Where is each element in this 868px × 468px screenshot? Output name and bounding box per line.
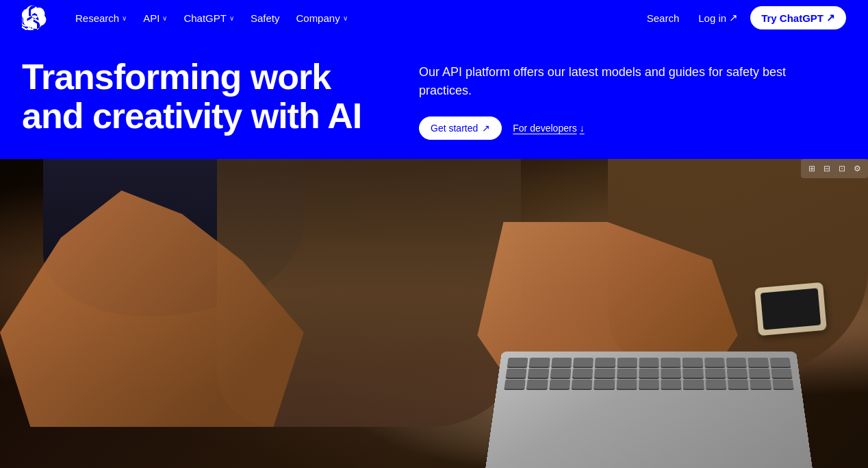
try-arrow-icon: ↗ [826,12,835,24]
nav-chatgpt[interactable]: ChatGPT ∨ [177,8,241,28]
get-started-arrow-icon: ↗ [482,123,490,134]
chatgpt-chevron-icon: ∨ [229,14,234,22]
main-nav: Research ∨ API ∨ ChatGPT ∨ Safety Compan… [0,0,868,36]
laptop-keys [496,352,802,395]
toolbar-expand-icon[interactable]: ⊡ [835,162,849,175]
hero-image-container: ⊞ ⊟ ⊡ ⚙ [0,159,868,468]
for-developers-button[interactable]: For developers ↓ [513,123,584,134]
hero-left: Transforming work and creativity with AI [22,58,392,136]
get-started-button[interactable]: Get started ↗ [419,116,502,140]
hero-title: Transforming work and creativity with AI [22,58,392,136]
phone-device [754,282,827,336]
nav-safety[interactable]: Safety [244,8,287,28]
research-chevron-icon: ∨ [122,14,127,22]
try-chatgpt-button[interactable]: Try ChatGPT ↗ [750,6,846,29]
login-arrow-icon: ↗ [729,12,738,24]
nav-links: Research ∨ API ∨ ChatGPT ∨ Safety Compan… [68,8,640,28]
hero-buttons: Get started ↗ For developers ↓ [419,116,802,140]
image-background [0,159,868,468]
toolbar-settings-icon[interactable]: ⚙ [850,162,864,175]
phone-screen [760,288,820,330]
nav-right: Search Log in ↗ Try ChatGPT ↗ [640,6,846,29]
logo-link[interactable] [22,5,47,30]
company-chevron-icon: ∨ [343,14,348,22]
search-button[interactable]: Search [640,8,687,28]
toolbar-grid-icon[interactable]: ⊞ [805,162,819,175]
image-toolbar: ⊞ ⊟ ⊡ ⚙ [801,159,868,178]
nav-research[interactable]: Research ∨ [68,8,133,28]
developers-arrow-icon: ↓ [580,123,585,134]
nav-company[interactable]: Company ∨ [289,8,354,28]
api-chevron-icon: ∨ [162,14,167,22]
toolbar-minus-icon[interactable]: ⊟ [820,162,834,175]
hero-image [0,159,868,468]
hero-section: Transforming work and creativity with AI… [0,36,868,159]
openai-logo-icon [22,5,47,30]
nav-api[interactable]: API ∨ [136,8,174,28]
login-button[interactable]: Log in ↗ [691,8,745,28]
hero-right: Our API platform offers our latest model… [419,58,802,140]
laptop-keyboard [485,352,813,468]
hero-description: Our API platform offers our latest model… [419,63,802,100]
